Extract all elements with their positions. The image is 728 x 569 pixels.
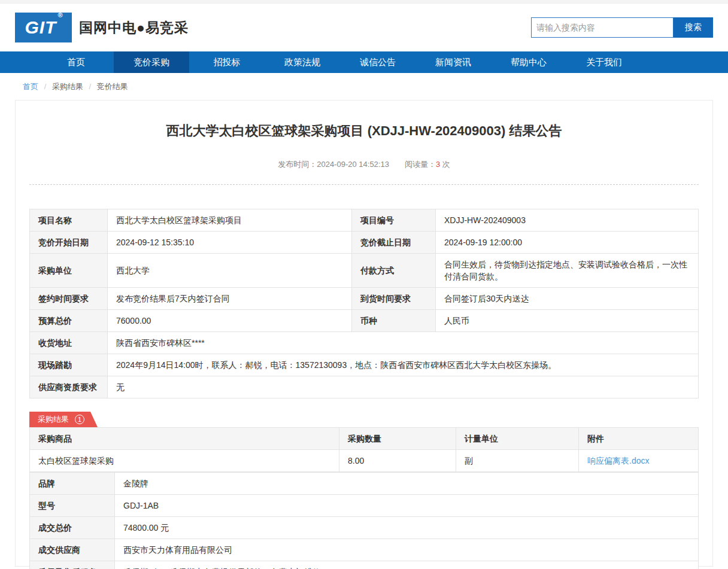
field-value: 发布竞价结果后7天内签订合同 [108, 288, 352, 310]
field-label: 供应商资质要求 [30, 376, 108, 398]
field-label: 成交供应商 [30, 539, 115, 561]
result-table: 采购商品 采购数量 计量单位 附件 太白校区篮球架采购 8.00 副 响应偏离表… [29, 427, 699, 472]
field-value: XDJJ-HW-202409003 [436, 209, 699, 232]
table-row: 收货地址 陕西省西安市碑林区**** [30, 332, 699, 354]
table-row: 采购单位 西北大学 付款方式 合同生效后，待货物到达指定地点、安装调试验收合格后… [30, 254, 699, 288]
field-value: 西北大学太白校区篮球架采购项目 [108, 209, 352, 232]
field-value: 2024-09-12 15:35:10 [108, 232, 352, 254]
badge-label: 采购结果 [38, 414, 69, 425]
column-header-attachment: 附件 [579, 428, 699, 450]
budget-total-value: 76000.00 [108, 310, 352, 332]
table-row: 太白校区篮球架采购 8.00 副 响应偏离表.docx [30, 450, 699, 472]
field-label: 质保及售后服务 [30, 561, 115, 569]
nav-item-bidding-procurement[interactable]: 竞价采购 [114, 51, 189, 73]
field-label: 现场踏勘 [30, 354, 108, 376]
table-header-row: 采购商品 采购数量 计量单位 附件 [30, 428, 699, 450]
nav-item-help-center[interactable]: 帮助中心 [491, 51, 566, 73]
field-label: 型号 [30, 495, 115, 517]
search-input[interactable] [531, 17, 674, 38]
breadcrumb-separator: / [89, 82, 92, 91]
announcement-card: 西北大学太白校区篮球架采购项目 (XDJJ-HW-202409003) 结果公告… [15, 100, 713, 567]
breadcrumb-separator: / [44, 82, 47, 91]
nav-item-tenders[interactable]: 招投标 [189, 51, 265, 73]
table-row: 成交总价 74800.00 元 [30, 517, 699, 539]
views-unit: 次 [442, 160, 450, 169]
field-label: 品牌 [30, 473, 115, 495]
announcement-header: 西北大学太白校区篮球架采购项目 (XDJJ-HW-202409003) 结果公告… [29, 101, 699, 185]
deal-total-price: 74800.00 元 [115, 517, 699, 539]
field-label: 竞价开始日期 [30, 232, 108, 254]
attachment-link[interactable]: 响应偏离表.docx [587, 456, 649, 465]
nav-item-news[interactable]: 新闻资讯 [415, 51, 491, 73]
breadcrumb: 首页 / 采购结果 / 竞价结果 [15, 81, 713, 92]
badge-count: 1 [75, 415, 84, 424]
breadcrumb-procurement-results[interactable]: 采购结果 [52, 82, 83, 91]
table-row: 供应商资质要求 无 [30, 376, 699, 398]
nav-item-about-us[interactable]: 关于我们 [566, 51, 642, 73]
result-detail-table: 品牌 金陵牌 型号 GDJ-1AB 成交总价 74800.00 元 成交供应商 … [29, 472, 699, 569]
procurement-result-badge: 采购结果 1 [29, 412, 98, 427]
field-value: 2024-09-19 12:00:00 [436, 232, 699, 254]
goods-quantity: 8.00 [339, 450, 456, 472]
field-value: 2024年9月14日14:00时，联系人：郝锐，电话：13572130093，地… [108, 354, 699, 376]
column-header-unit: 计量单位 [456, 428, 579, 450]
table-row: 项目名称 西北大学太白校区篮球架采购项目 项目编号 XDJJ-HW-202409… [30, 209, 699, 232]
search-button[interactable]: 搜索 [674, 17, 713, 38]
field-value: 合同生效后，待货物到达指定地点、安装调试验收合格后，一次性付清合同货款。 [436, 254, 699, 288]
project-info-table: 项目名称 西北大学太白校区篮球架采购项目 项目编号 XDJJ-HW-202409… [29, 209, 699, 398]
field-label: 竞价截止日期 [352, 232, 436, 254]
table-row: 品牌 金陵牌 [30, 473, 699, 495]
column-header-quantity: 采购数量 [339, 428, 456, 450]
field-label: 签约时间要求 [30, 288, 108, 310]
field-value: 无 [108, 376, 699, 398]
nav-item-integrity-notices[interactable]: 诚信公告 [340, 51, 415, 73]
brand-title: 国网中电●易竞采 [79, 19, 189, 37]
logo[interactable]: GIT® [15, 13, 72, 42]
field-value: GDJ-1AB [115, 495, 699, 517]
field-value: 陕西省西安市碑林区**** [108, 332, 699, 354]
goods-name: 太白校区篮球架采购 [30, 450, 339, 472]
field-value: 西北大学 [108, 254, 352, 288]
main-nav: 首页 竞价采购 招投标 政策法规 诚信公告 新闻资讯 帮助中心 关于我们 [0, 51, 728, 73]
field-label: 成交总价 [30, 517, 115, 539]
column-header-goods: 采购商品 [30, 428, 339, 450]
breadcrumb-bidding-results: 竞价结果 [97, 82, 128, 91]
views-label: 阅读量： [405, 160, 436, 169]
logo-text: GIT® [25, 17, 62, 38]
nav-item-home[interactable]: 首页 [38, 51, 114, 73]
field-value: 质保期3年，质保期内免费提供零部件、免费上门维修。 [115, 561, 699, 569]
registered-mark-icon: ® [57, 11, 63, 19]
field-label: 项目编号 [352, 209, 436, 232]
field-label: 采购单位 [30, 254, 108, 288]
publish-time-label: 发布时间： [278, 160, 317, 169]
table-row: 质保及售后服务 质保期3年，质保期内免费提供零部件、免费上门维修。 [30, 561, 699, 569]
field-label: 币种 [352, 310, 436, 332]
field-value: 西安市天力体育用品有限公司 [115, 539, 699, 561]
breadcrumb-home[interactable]: 首页 [23, 82, 38, 91]
views-count: 3 [436, 160, 440, 169]
field-label: 收货地址 [30, 332, 108, 354]
field-label: 项目名称 [30, 209, 108, 232]
field-label: 到货时间要求 [352, 288, 436, 310]
page-title: 西北大学太白校区篮球架采购项目 (XDJJ-HW-202409003) 结果公告 [29, 122, 699, 140]
nav-item-policies[interactable]: 政策法规 [265, 51, 340, 73]
site-header: GIT® 国网中电●易竞采 搜索 [15, 4, 713, 51]
field-label: 付款方式 [352, 254, 436, 288]
goods-unit: 副 [456, 450, 579, 472]
table-row: 型号 GDJ-1AB [30, 495, 699, 517]
search-bar: 搜索 [531, 17, 713, 38]
table-row: 成交供应商 西安市天力体育用品有限公司 [30, 539, 699, 561]
table-row: 竞价开始日期 2024-09-12 15:35:10 竞价截止日期 2024-0… [30, 232, 699, 254]
publish-meta: 发布时间：2024-09-20 14:52:13阅读量：3 次 [29, 159, 699, 170]
table-row: 现场踏勘 2024年9月14日14:00时，联系人：郝锐，电话：13572130… [30, 354, 699, 376]
field-value: 金陵牌 [115, 473, 699, 495]
field-value: 合同签订后30天内送达 [436, 288, 699, 310]
publish-time-value: 2024-09-20 14:52:13 [317, 160, 389, 169]
table-row: 签约时间要求 发布竞价结果后7天内签订合同 到货时间要求 合同签订后30天内送达 [30, 288, 699, 310]
table-row: 预算总价 76000.00 币种 人民币 [30, 310, 699, 332]
field-value: 人民币 [436, 310, 699, 332]
field-label: 预算总价 [30, 310, 108, 332]
